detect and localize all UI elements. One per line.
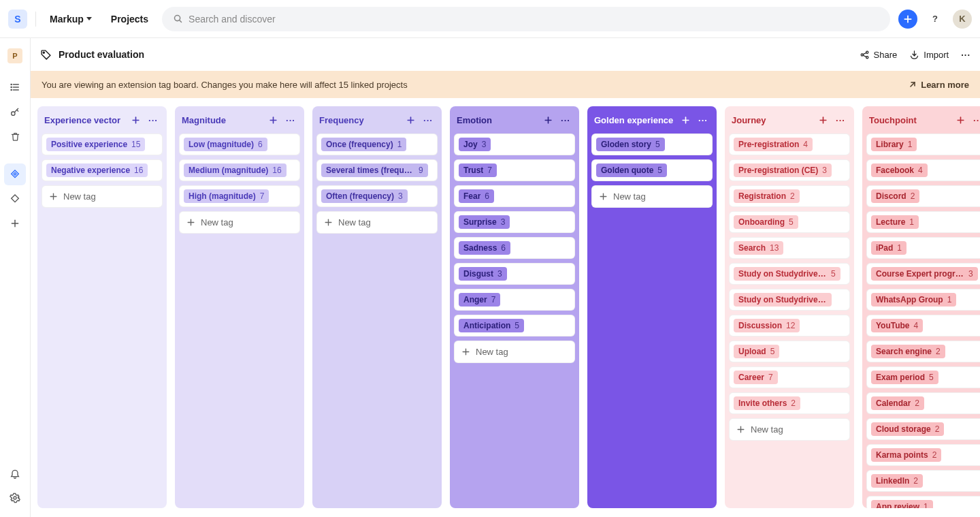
new-tag-button[interactable]: New tag	[729, 418, 850, 441]
tag-card[interactable]: Upload5	[729, 341, 850, 362]
add-button[interactable]	[898, 10, 917, 29]
help-button[interactable]: ?	[926, 10, 945, 29]
tag-card[interactable]: Anger7	[454, 289, 575, 311]
tag-card[interactable]: Registration2	[729, 185, 850, 207]
column-add-button[interactable]	[129, 113, 142, 127]
tags-list: Positive experience15Negative experience…	[37, 131, 167, 213]
search-bar[interactable]	[162, 7, 890, 31]
tag-card[interactable]: App review1	[866, 496, 980, 508]
tag-label: Discussion	[738, 321, 782, 330]
tag-card[interactable]: Career7	[729, 366, 850, 388]
tag-card[interactable]: Study on Studydrive (Docume...5	[729, 263, 850, 285]
page-title: Product evaluation	[59, 49, 144, 60]
warning-banner: You are viewing an extension tag board. …	[31, 71, 980, 98]
tag-pill: Search13	[734, 241, 783, 255]
app-logo[interactable]: S	[8, 10, 27, 29]
column-more-button[interactable]: ···	[971, 113, 980, 127]
column-more-button[interactable]: ···	[696, 113, 710, 127]
column-more-button[interactable]: ···	[421, 113, 435, 127]
column-add-button[interactable]	[541, 113, 555, 127]
tag-card[interactable]: Library1	[866, 134, 980, 155]
tag-card[interactable]: Karma points2	[866, 444, 980, 466]
tag-card[interactable]: Joy3	[454, 134, 575, 155]
column-more-button[interactable]: ···	[146, 113, 160, 127]
rail-gear-icon[interactable]	[4, 487, 26, 509]
column-add-button[interactable]	[816, 113, 830, 127]
column-add-button[interactable]	[266, 113, 280, 127]
tag-card[interactable]: Several times (frequency)9	[316, 159, 438, 181]
column-add-button[interactable]	[679, 113, 692, 127]
tag-card[interactable]: Once (frequency)1	[316, 134, 438, 155]
new-tag-button[interactable]: New tag	[316, 211, 438, 234]
tag-card[interactable]: Negative experience16	[42, 159, 163, 181]
nav-markup[interactable]: Markup	[44, 10, 97, 29]
tag-card[interactable]: Cloud storage2	[866, 418, 980, 440]
column-add-button[interactable]	[953, 113, 967, 127]
tag-label: Cloud storage	[876, 424, 931, 434]
tag-card[interactable]: iPad1	[866, 237, 980, 259]
tag-label: WhatsApp Group	[876, 295, 943, 304]
tag-card[interactable]: Often (frequency)3	[316, 185, 438, 207]
tag-count: 1	[397, 140, 402, 149]
tag-card[interactable]: Low (magnitude)6	[179, 134, 300, 155]
rail-tag-board-icon[interactable]	[4, 163, 26, 185]
tag-card[interactable]: Positive experience15	[42, 134, 163, 155]
rail-trash-icon[interactable]	[4, 125, 26, 147]
tag-card[interactable]: Exam period5	[866, 366, 980, 388]
tag-card[interactable]: Fear6	[454, 185, 575, 207]
new-tag-button[interactable]: New tag	[454, 341, 575, 363]
tag-card[interactable]: Anticipation5	[454, 315, 575, 336]
tag-card[interactable]: Onboarding5	[729, 211, 850, 233]
column-more-button[interactable]: ···	[559, 113, 572, 127]
nav-projects[interactable]: Projects	[105, 10, 154, 29]
rail-key-icon[interactable]	[4, 101, 26, 123]
tag-card[interactable]: High (magnitude)7	[179, 185, 300, 207]
tag-card[interactable]: Facebook4	[866, 159, 980, 181]
tag-card[interactable]: Search13	[729, 237, 850, 259]
search-input[interactable]	[189, 14, 879, 25]
column-add-button[interactable]	[404, 113, 417, 127]
svg-point-7	[11, 84, 12, 84]
tag-card[interactable]: Trust7	[454, 159, 575, 181]
tag-card[interactable]: Pre-registration4	[729, 134, 850, 155]
tag-card[interactable]: Gloden story5	[591, 134, 713, 155]
tag-card[interactable]: Course Expert programme3	[866, 263, 980, 285]
share-button[interactable]: Share	[860, 50, 898, 60]
new-tag-button[interactable]: New tag	[179, 211, 300, 234]
tag-card[interactable]: Sadness6	[454, 237, 575, 259]
tag-count: 3	[482, 140, 487, 149]
tag-card[interactable]: Golden quote5	[591, 159, 713, 181]
page-more-button[interactable]: ···	[961, 50, 970, 60]
rail-add-icon[interactable]	[4, 213, 26, 234]
user-avatar[interactable]: K	[953, 10, 972, 29]
column-more-button[interactable]: ···	[284, 113, 297, 127]
rail-project-badge[interactable]: P	[4, 45, 26, 67]
column-more-button[interactable]: ···	[834, 113, 847, 127]
learn-more-link[interactable]: Learn more	[909, 80, 969, 90]
rail-list-icon[interactable]	[4, 76, 26, 98]
tag-board[interactable]: Experience vector···Positive experience1…	[31, 98, 980, 517]
tag-card[interactable]: Disgust3	[454, 263, 575, 285]
tag-card[interactable]: Medium (magnitude)16	[179, 159, 300, 181]
tag-card[interactable]: YouTube4	[866, 315, 980, 336]
tag-card[interactable]: Surprise3	[454, 211, 575, 233]
tag-card[interactable]: Discussion12	[729, 315, 850, 336]
tag-pill: Study on Studydrive (Docume...5	[734, 267, 840, 281]
tag-card[interactable]: WhatsApp Group1	[866, 289, 980, 311]
tag-card[interactable]: Search engine2	[866, 341, 980, 362]
tag-card[interactable]: Discord2	[866, 185, 980, 207]
new-tag-button[interactable]: New tag	[42, 185, 163, 208]
tag-card[interactable]: LinkedIn2	[866, 470, 980, 492]
rail-tag-alt-icon[interactable]	[4, 188, 26, 210]
rail-bell-icon[interactable]	[4, 463, 26, 484]
new-tag-button[interactable]: New tag	[591, 185, 713, 208]
tag-pill: Calendar2	[871, 396, 924, 410]
tag-count: 3	[398, 191, 403, 201]
tag-card[interactable]: Lecture1	[866, 211, 980, 233]
tag-card[interactable]: Invite others2	[729, 392, 850, 414]
tag-card[interactable]: Pre-registration (CE)3	[729, 159, 850, 181]
tag-card[interactable]: Calendar2	[866, 392, 980, 414]
tag-card[interactable]: Study on Studydrive (Flashcards)	[729, 289, 850, 311]
import-button[interactable]: Import	[909, 50, 949, 60]
tag-label: Low (magnitude)	[189, 140, 254, 149]
